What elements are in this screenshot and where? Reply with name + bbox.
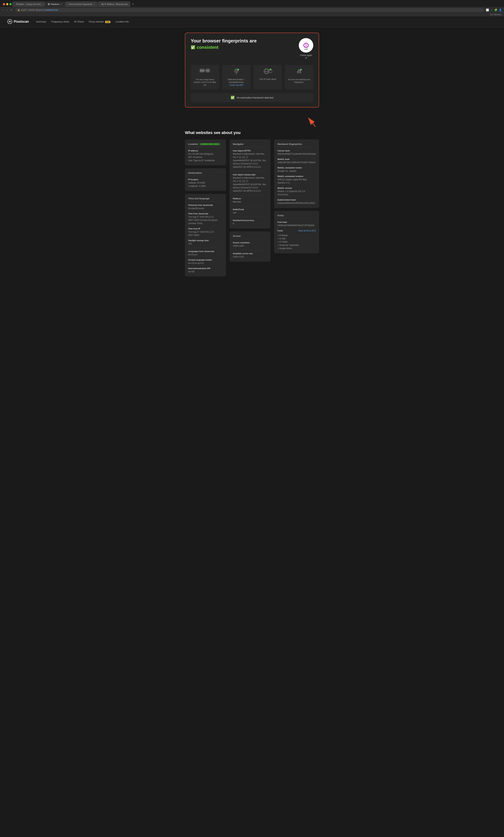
font-item-3: + Al Tarikh xyxy=(277,240,316,244)
ua-js-field: User-Agent (Javascript) Mozilla/5.0 (Mac… xyxy=(233,174,267,193)
manifest-bar: Our Manifest xyxy=(0,13,504,16)
screen-section: Screen Screen resolution 1920×1200 Avail… xyxy=(230,231,270,262)
location-title: Location ● FREE IP INFO CHECK xyxy=(188,143,223,147)
reload-button[interactable]: ↻ xyxy=(10,8,13,12)
fonts-list-field: Fonts Show all fonts (157) + Al Bayan + … xyxy=(277,230,316,250)
tab-close-3[interactable]: ✕ xyxy=(93,3,95,5)
canvas-hash-field: Canvas hash 96819cd3082731a9ee50c30ac602… xyxy=(277,149,316,156)
ua-js-value: Mozilla/5.0 (Macintosh; Intel Mac OS X 1… xyxy=(233,176,267,193)
nav-ip-check[interactable]: IP Check xyxy=(74,20,84,23)
hardware-title: Hardware fingerprints xyxy=(277,143,316,147)
platform-label: Platform xyxy=(233,197,267,200)
logo-icon xyxy=(7,19,12,24)
svg-text:✓: ✓ xyxy=(270,69,271,70)
nav-buttons: ‹ › ↻ xyxy=(2,8,13,12)
tab-close-2[interactable]: ✕ xyxy=(60,3,62,5)
tab-bar: IPFighter - Lookup and chec... ✕ Pixelsc… xyxy=(0,0,504,7)
nav-proxy-checker[interactable]: Proxy checker NEW xyxy=(89,20,110,23)
hero-right: anyIP Check again ↺ xyxy=(299,38,313,59)
hero-consistent: ✅ consistent xyxy=(191,45,257,50)
available-label: Available screen size xyxy=(233,252,267,254)
tab-myip[interactable]: My IP Address - BrowserLeak... ✕ xyxy=(98,1,130,7)
time-js-label: Time from Javascript xyxy=(188,213,223,215)
arrow-decoration xyxy=(185,114,319,128)
concurrency-label: HardwareConcurrency xyxy=(233,219,267,221)
fonts-title: Fonts xyxy=(277,214,316,218)
cast-icon[interactable]: ⬜ xyxy=(486,8,489,12)
time-ip-value: Tue Aug 27 2024 08:11:14 GMT+0200 xyxy=(188,230,223,237)
ip-icon: ✓ xyxy=(263,68,272,76)
maximize-button[interactable] xyxy=(10,3,12,5)
intl-api-label: Internationalization API xyxy=(188,267,223,269)
nav-divider-4 xyxy=(233,217,267,217)
font-hash-value: 24d9fa4d7560080fd70da371973bafeb xyxy=(277,224,316,227)
tab-ipfighter[interactable]: IPFighter - Lookup and chec... ✕ xyxy=(12,1,45,7)
tz-js-field: Timezone from Javascript Europe/Brussels xyxy=(188,204,223,210)
check-again-button[interactable]: Check again ↺ xyxy=(300,54,312,59)
font-item-1: + Al Bayan xyxy=(277,234,316,237)
hero-top: Your browser fingerprints are ✅ consiste… xyxy=(191,38,313,59)
font-item-5: + Andale Mono xyxy=(277,247,316,250)
col-right: Hardware fingerprints Canvas hash 96819c… xyxy=(274,139,319,280)
webgl-vendor-label: WebGL unmasked vendor xyxy=(277,167,316,169)
minimize-button[interactable] xyxy=(6,3,8,5)
info-card-text-1: You are using Opera version 113.0.0.0 on… xyxy=(194,78,216,87)
svg-text:anyIP: anyIP xyxy=(304,49,308,50)
url-bar[interactable]: 🔒 anyIP - Reddit (Belgium) pixelscan.net xyxy=(15,8,484,12)
star-icon[interactable]: ☆ xyxy=(490,8,493,12)
fonts-section: Fonts Font hash 24d9fa4d7560080fd70da371… xyxy=(274,211,319,253)
lang-js-value: en-US,en xyxy=(188,253,223,256)
automation-text: No automation framework detected xyxy=(237,96,273,99)
tab-close-1[interactable]: ✕ xyxy=(44,3,45,5)
url-text: anyIP - Reddit (Belgium) pixelscan.net xyxy=(21,9,482,11)
svg-line-23 xyxy=(308,118,316,127)
webgl-version-field: WebGL version WebGL 1.0 (OpenGL ES 2.0 C… xyxy=(277,187,316,196)
resolution-field: Screen resolution 1920×1200 xyxy=(233,242,267,248)
check-geo-api-link[interactable]: Check Geo API xyxy=(230,84,243,86)
webgl-hash-label: WebGL hash xyxy=(277,158,316,160)
ip-address-field: IP address 91.178.208.168 (Belgium) ISP:… xyxy=(188,149,223,162)
extensions-icon[interactable]: 🧩 xyxy=(494,8,497,12)
webgl-vendor-value: Google Inc. (Apple) xyxy=(277,170,316,173)
tab-label-3: Check browser fingerprints xyxy=(69,3,92,5)
info-card-fingerprint: ✓ You are not masking your fingerprint. xyxy=(285,65,313,89)
red-arrow-icon xyxy=(305,114,319,128)
profile-icon[interactable]: 👤 xyxy=(499,8,502,12)
time-js-value: Tue Aug 27 2024 08:11:11 GMT+0200 (Centr… xyxy=(188,215,223,225)
ip-location-value: Latitude: 50.4856 Longitude: 4.1894 xyxy=(188,181,223,188)
logo-text: Pixelscan xyxy=(14,20,29,23)
available-field: Available screen size 1920×1120 xyxy=(233,252,267,259)
tab-pixelscan[interactable]: Pixelscan ✕ xyxy=(45,1,65,7)
address-actions: ⬜ ☆ 🧩 👤 xyxy=(486,8,502,12)
fingerprint-icon: ✓ xyxy=(295,68,303,76)
tab-label-4: My IP Address - BrowserLeak... xyxy=(101,3,129,5)
intl-api-field: Internationalization API en-GB xyxy=(188,267,223,273)
nav-frequency[interactable]: Frequency check xyxy=(51,20,69,23)
screen-title: Screen xyxy=(233,235,267,239)
nav-divider-2 xyxy=(233,195,267,195)
dnt-label: DoNotTrack xyxy=(233,208,267,211)
back-button[interactable]: ‹ xyxy=(2,8,4,12)
info-card-location: ✓ Detected location – Europe/Brussels Ch… xyxy=(222,65,251,89)
new-tab-button[interactable]: + xyxy=(131,1,135,7)
tab-fingerprints[interactable]: Check browser fingerprints ✕ xyxy=(65,1,97,7)
ip-label: IP address xyxy=(188,149,223,152)
nav-location-info[interactable]: Location info xyxy=(115,20,129,23)
traffic-lights xyxy=(1,2,13,6)
fonts-header: Fonts Show all fonts (157) xyxy=(277,230,316,232)
close-button[interactable] xyxy=(3,3,5,5)
dst-field: Daylight savings time Yes xyxy=(188,239,223,245)
nav-summary[interactable]: Summary xyxy=(36,20,46,23)
audio-hash-field: AudioContext hash e4deeabf3b4ee5e28030fa… xyxy=(277,199,316,205)
hero-title-block: Your browser fingerprints are ✅ consiste… xyxy=(191,38,257,50)
automation-check-icon: ✅ xyxy=(231,95,235,100)
font-hash-field: Font hash 24d9fa4d7560080fd70da371973baf… xyxy=(277,221,316,227)
free-badge: ● FREE IP INFO CHECK xyxy=(199,143,220,145)
audio-hash-label: AudioContext hash xyxy=(277,199,316,201)
canvas-hash-label: Canvas hash xyxy=(277,149,316,152)
forward-button[interactable]: › xyxy=(6,8,8,12)
svg-point-3 xyxy=(305,45,307,46)
info-card-text-4: You are not masking your fingerprint. xyxy=(288,78,310,84)
concurrency-value: 8 xyxy=(233,222,267,225)
show-all-fonts-link[interactable]: Show all fonts (157) xyxy=(298,230,316,232)
